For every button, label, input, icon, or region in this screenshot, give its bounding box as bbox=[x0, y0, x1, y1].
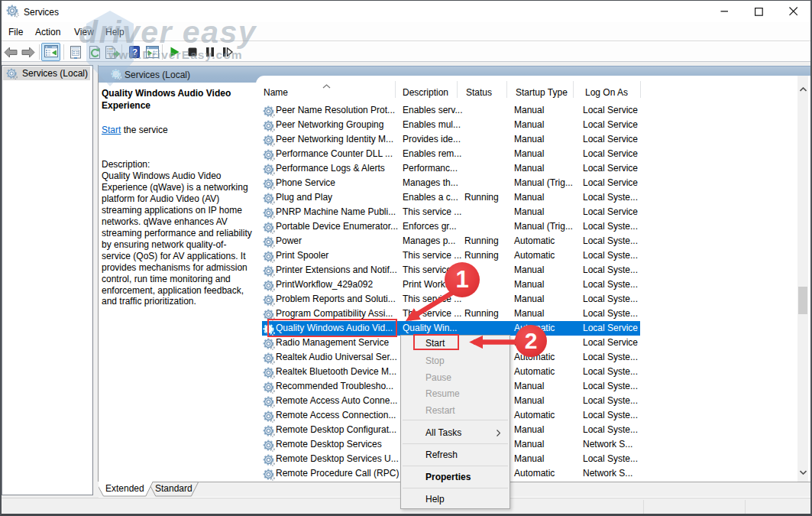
svg-text:?: ? bbox=[132, 47, 137, 57]
